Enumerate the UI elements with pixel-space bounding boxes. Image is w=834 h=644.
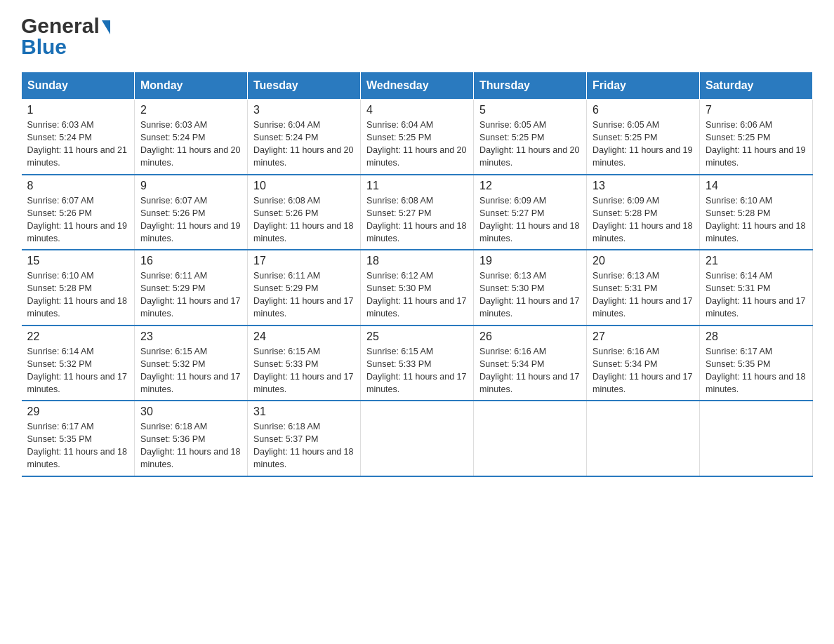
calendar-week-row: 1 Sunrise: 6:03 AMSunset: 5:24 PMDayligh… bbox=[22, 100, 813, 175]
calendar-cell: 4 Sunrise: 6:04 AMSunset: 5:25 PMDayligh… bbox=[361, 100, 474, 175]
day-info: Sunrise: 6:13 AMSunset: 5:30 PMDaylight:… bbox=[479, 269, 581, 321]
calendar-cell: 18 Sunrise: 6:12 AMSunset: 5:30 PMDaylig… bbox=[361, 250, 474, 326]
day-number: 27 bbox=[593, 330, 694, 343]
calendar-cell: 24 Sunrise: 6:15 AMSunset: 5:33 PMDaylig… bbox=[248, 326, 361, 401]
day-info: Sunrise: 6:13 AMSunset: 5:31 PMDaylight:… bbox=[593, 269, 694, 321]
calendar-cell: 23 Sunrise: 6:15 AMSunset: 5:32 PMDaylig… bbox=[135, 326, 248, 401]
header-day-sunday: Sunday bbox=[22, 72, 135, 100]
day-number: 8 bbox=[27, 180, 129, 192]
day-number: 14 bbox=[706, 180, 807, 192]
header-day-saturday: Saturday bbox=[700, 72, 813, 100]
day-info: Sunrise: 6:17 AMSunset: 5:35 PMDaylight:… bbox=[706, 345, 807, 396]
day-number: 10 bbox=[253, 180, 355, 192]
day-info: Sunrise: 6:18 AMSunset: 5:36 PMDaylight:… bbox=[140, 420, 241, 471]
day-number: 5 bbox=[479, 104, 581, 116]
calendar-cell: 12 Sunrise: 6:09 AMSunset: 5:27 PMDaylig… bbox=[474, 175, 587, 250]
day-number: 25 bbox=[366, 330, 468, 343]
day-info: Sunrise: 6:16 AMSunset: 5:34 PMDaylight:… bbox=[479, 345, 581, 396]
calendar-cell: 19 Sunrise: 6:13 AMSunset: 5:30 PMDaylig… bbox=[474, 250, 587, 326]
day-info: Sunrise: 6:16 AMSunset: 5:34 PMDaylight:… bbox=[593, 345, 694, 396]
day-number: 9 bbox=[140, 180, 241, 192]
day-number: 1 bbox=[27, 104, 129, 116]
calendar-cell: 20 Sunrise: 6:13 AMSunset: 5:31 PMDaylig… bbox=[587, 250, 700, 326]
day-info: Sunrise: 6:12 AMSunset: 5:30 PMDaylight:… bbox=[366, 269, 468, 321]
calendar-cell: 29 Sunrise: 6:17 AMSunset: 5:35 PMDaylig… bbox=[22, 401, 135, 476]
day-info: Sunrise: 6:09 AMSunset: 5:28 PMDaylight:… bbox=[593, 194, 694, 246]
day-info: Sunrise: 6:04 AMSunset: 5:24 PMDaylight:… bbox=[253, 119, 355, 170]
calendar-cell bbox=[361, 401, 474, 476]
day-number: 31 bbox=[253, 405, 355, 418]
day-info: Sunrise: 6:18 AMSunset: 5:37 PMDaylight:… bbox=[253, 420, 355, 471]
calendar-cell: 7 Sunrise: 6:06 AMSunset: 5:25 PMDayligh… bbox=[700, 100, 813, 175]
day-number: 11 bbox=[366, 180, 468, 192]
calendar-cell: 5 Sunrise: 6:05 AMSunset: 5:25 PMDayligh… bbox=[474, 100, 587, 175]
day-info: Sunrise: 6:15 AMSunset: 5:32 PMDaylight:… bbox=[140, 345, 241, 396]
calendar-cell: 30 Sunrise: 6:18 AMSunset: 5:36 PMDaylig… bbox=[135, 401, 248, 476]
day-info: Sunrise: 6:15 AMSunset: 5:33 PMDaylight:… bbox=[253, 345, 355, 396]
day-number: 28 bbox=[706, 330, 807, 343]
day-info: Sunrise: 6:10 AMSunset: 5:28 PMDaylight:… bbox=[27, 269, 129, 321]
calendar-cell: 13 Sunrise: 6:09 AMSunset: 5:28 PMDaylig… bbox=[587, 175, 700, 250]
calendar-cell: 27 Sunrise: 6:16 AMSunset: 5:34 PMDaylig… bbox=[587, 326, 700, 401]
calendar-cell: 26 Sunrise: 6:16 AMSunset: 5:34 PMDaylig… bbox=[474, 326, 587, 401]
logo: General Blue bbox=[21, 14, 110, 59]
day-info: Sunrise: 6:14 AMSunset: 5:32 PMDaylight:… bbox=[27, 345, 129, 396]
calendar-cell: 28 Sunrise: 6:17 AMSunset: 5:35 PMDaylig… bbox=[700, 326, 813, 401]
calendar-cell bbox=[700, 401, 813, 476]
calendar-cell: 10 Sunrise: 6:08 AMSunset: 5:26 PMDaylig… bbox=[248, 175, 361, 250]
day-number: 23 bbox=[140, 330, 241, 343]
calendar-week-row: 29 Sunrise: 6:17 AMSunset: 5:35 PMDaylig… bbox=[22, 401, 813, 476]
header-day-tuesday: Tuesday bbox=[248, 72, 361, 100]
calendar-cell: 21 Sunrise: 6:14 AMSunset: 5:31 PMDaylig… bbox=[700, 250, 813, 326]
day-number: 15 bbox=[27, 255, 129, 267]
day-number: 18 bbox=[366, 255, 468, 267]
calendar-cell: 2 Sunrise: 6:03 AMSunset: 5:24 PMDayligh… bbox=[135, 100, 248, 175]
page-header: General Blue bbox=[21, 14, 813, 59]
calendar-cell: 16 Sunrise: 6:11 AMSunset: 5:29 PMDaylig… bbox=[135, 250, 248, 326]
day-info: Sunrise: 6:08 AMSunset: 5:27 PMDaylight:… bbox=[366, 194, 468, 246]
day-info: Sunrise: 6:11 AMSunset: 5:29 PMDaylight:… bbox=[253, 269, 355, 321]
day-number: 21 bbox=[706, 255, 807, 267]
day-info: Sunrise: 6:17 AMSunset: 5:35 PMDaylight:… bbox=[27, 420, 129, 471]
logo-blue-text: Blue bbox=[21, 35, 110, 59]
header-day-monday: Monday bbox=[135, 72, 248, 100]
day-info: Sunrise: 6:07 AMSunset: 5:26 PMDaylight:… bbox=[27, 194, 129, 246]
calendar-week-row: 15 Sunrise: 6:10 AMSunset: 5:28 PMDaylig… bbox=[22, 250, 813, 326]
header-day-friday: Friday bbox=[587, 72, 700, 100]
day-number: 24 bbox=[253, 330, 355, 343]
day-info: Sunrise: 6:09 AMSunset: 5:27 PMDaylight:… bbox=[479, 194, 581, 246]
calendar-cell: 3 Sunrise: 6:04 AMSunset: 5:24 PMDayligh… bbox=[248, 100, 361, 175]
day-number: 22 bbox=[27, 330, 129, 343]
day-number: 29 bbox=[27, 405, 129, 418]
header-day-thursday: Thursday bbox=[474, 72, 587, 100]
day-number: 20 bbox=[593, 255, 694, 267]
day-number: 4 bbox=[366, 104, 468, 116]
calendar-header-row: SundayMondayTuesdayWednesdayThursdayFrid… bbox=[22, 72, 813, 100]
header-day-wednesday: Wednesday bbox=[361, 72, 474, 100]
day-info: Sunrise: 6:06 AMSunset: 5:25 PMDaylight:… bbox=[706, 119, 807, 170]
day-number: 13 bbox=[593, 180, 694, 192]
calendar-cell: 17 Sunrise: 6:11 AMSunset: 5:29 PMDaylig… bbox=[248, 250, 361, 326]
day-info: Sunrise: 6:15 AMSunset: 5:33 PMDaylight:… bbox=[366, 345, 468, 396]
calendar-cell bbox=[587, 401, 700, 476]
day-info: Sunrise: 6:04 AMSunset: 5:25 PMDaylight:… bbox=[366, 119, 468, 170]
day-info: Sunrise: 6:05 AMSunset: 5:25 PMDaylight:… bbox=[479, 119, 581, 170]
calendar-table: SundayMondayTuesdayWednesdayThursdayFrid… bbox=[21, 72, 813, 477]
day-number: 12 bbox=[479, 180, 581, 192]
calendar-cell: 9 Sunrise: 6:07 AMSunset: 5:26 PMDayligh… bbox=[135, 175, 248, 250]
calendar-cell: 25 Sunrise: 6:15 AMSunset: 5:33 PMDaylig… bbox=[361, 326, 474, 401]
calendar-cell: 6 Sunrise: 6:05 AMSunset: 5:25 PMDayligh… bbox=[587, 100, 700, 175]
day-info: Sunrise: 6:07 AMSunset: 5:26 PMDaylight:… bbox=[140, 194, 241, 246]
calendar-week-row: 8 Sunrise: 6:07 AMSunset: 5:26 PMDayligh… bbox=[22, 175, 813, 250]
logo-general-text: General bbox=[21, 14, 100, 38]
day-info: Sunrise: 6:11 AMSunset: 5:29 PMDaylight:… bbox=[140, 269, 241, 321]
day-number: 19 bbox=[479, 255, 581, 267]
calendar-week-row: 22 Sunrise: 6:14 AMSunset: 5:32 PMDaylig… bbox=[22, 326, 813, 401]
day-number: 17 bbox=[253, 255, 355, 267]
day-info: Sunrise: 6:05 AMSunset: 5:25 PMDaylight:… bbox=[593, 119, 694, 170]
calendar-cell: 31 Sunrise: 6:18 AMSunset: 5:37 PMDaylig… bbox=[248, 401, 361, 476]
day-number: 3 bbox=[253, 104, 355, 116]
day-number: 30 bbox=[140, 405, 241, 418]
day-info: Sunrise: 6:03 AMSunset: 5:24 PMDaylight:… bbox=[27, 119, 129, 170]
calendar-cell: 22 Sunrise: 6:14 AMSunset: 5:32 PMDaylig… bbox=[22, 326, 135, 401]
